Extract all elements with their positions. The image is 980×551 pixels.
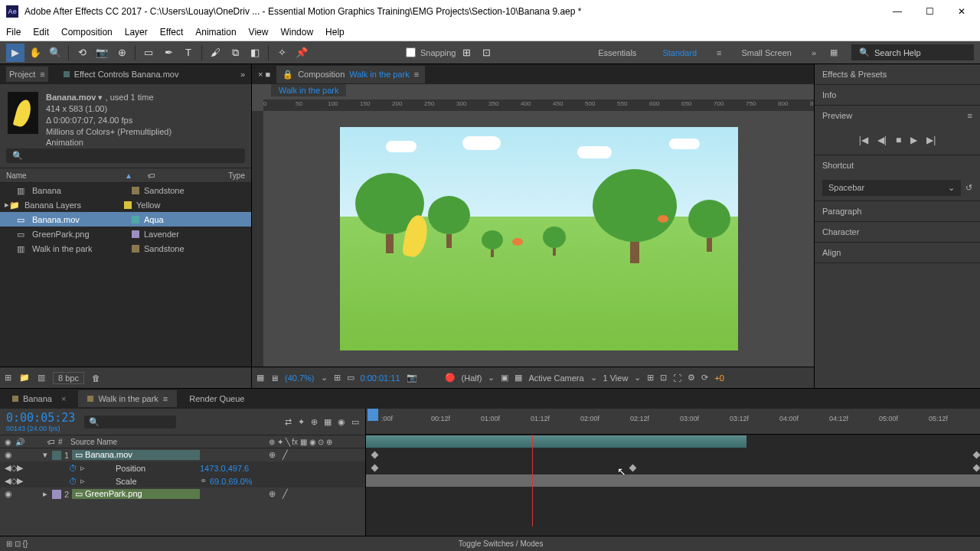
timeline-tab[interactable]: Banana× — [3, 390, 75, 407]
layer-name[interactable]: ▭ GreenPark.png — [72, 489, 200, 499]
menu-view[interactable]: View — [249, 27, 269, 37]
expand-icon[interactable]: ▾ — [43, 450, 52, 460]
col-type[interactable]: Type — [228, 171, 245, 180]
camera-dropdown[interactable]: Active Camera — [528, 373, 583, 383]
workspace-standard[interactable]: Standard — [656, 45, 703, 60]
col-label-icon[interactable]: 🏷 — [148, 171, 155, 180]
asset-row[interactable]: ▸📁Banana LayersYellow — [0, 197, 251, 212]
snapping-opt-icon[interactable]: ⊞ — [458, 44, 476, 62]
eraser-tool[interactable]: ◧ — [246, 44, 264, 62]
property-value[interactable]: 1473.0,497.6 — [200, 464, 249, 473]
view-opt2-icon[interactable]: ⊡ — [660, 373, 667, 383]
view-opt1-icon[interactable]: ⊞ — [647, 373, 654, 383]
timeline-search[interactable]: 🔍 — [84, 416, 176, 429]
menu-layer[interactable]: Layer — [125, 27, 148, 37]
toggle-switches[interactable]: Toggle Switches / Modes — [459, 540, 544, 548]
add-keyframe-icon[interactable]: ◇ — [11, 463, 17, 473]
roi-icon[interactable]: ▣ — [501, 373, 508, 383]
dropdown-icon[interactable]: ▾ — [98, 93, 103, 102]
hand-tool[interactable]: ✋ — [26, 44, 44, 62]
asset-row[interactable]: ▥BananaSandstone — [0, 183, 251, 197]
panel-menu-icon[interactable]: ≡ — [40, 70, 44, 79]
tl-tool-icon[interactable]: ▭ — [351, 417, 359, 427]
layer-bar[interactable] — [366, 474, 980, 487]
timeline-tab[interactable]: Walk in the park≡ — [78, 390, 177, 407]
keyframe[interactable] — [371, 465, 379, 472]
tab-project[interactable]: Project ≡ — [6, 67, 48, 82]
menu-help[interactable]: Help — [325, 27, 345, 37]
pan-behind-tool[interactable]: ⊕ — [113, 44, 131, 62]
zoom-tool[interactable]: 🔍 — [46, 44, 64, 62]
visibility-toggle[interactable]: ◉ — [5, 450, 15, 460]
expand-icon[interactable]: ▸ — [43, 489, 52, 499]
panel-paragraph[interactable]: Paragraph — [815, 201, 980, 221]
close-button[interactable]: ✕ — [952, 6, 971, 17]
property-value[interactable]: 69.0,69.0% — [210, 477, 253, 486]
workspace-essentials[interactable]: Essentials — [592, 45, 642, 60]
keyframe[interactable] — [629, 465, 636, 472]
last-frame-button[interactable]: ▶| — [926, 135, 936, 145]
asset-row[interactable]: ▭Banana.movAqua — [0, 212, 251, 227]
comp-time[interactable]: 0:00:01:11 — [361, 373, 400, 383]
help-search[interactable]: 🔍 Search Help — [851, 44, 974, 60]
workspace-grid-icon[interactable]: ▦ — [830, 47, 838, 57]
playhead-line[interactable] — [532, 435, 533, 527]
rotate-tool[interactable]: ⟲ — [73, 44, 91, 62]
display-icon[interactable]: 🖥 — [270, 373, 279, 383]
panel-character[interactable]: Character — [815, 222, 980, 242]
layer-name[interactable]: ▭ Banana.mov — [72, 450, 200, 460]
rectangle-tool[interactable]: ▭ — [139, 44, 158, 62]
snapping-checkbox[interactable] — [406, 47, 416, 57]
selection-tool[interactable]: ▶ — [6, 44, 24, 62]
keyframe[interactable] — [973, 452, 980, 459]
tl-tool-icon[interactable]: ⊕ — [311, 417, 318, 427]
menu-animation[interactable]: Animation — [195, 27, 236, 37]
layer-label[interactable] — [52, 490, 61, 499]
layer-label[interactable] — [52, 451, 61, 460]
channel-icon[interactable]: 🔴 — [445, 373, 456, 383]
refresh-icon[interactable]: ⟳ — [701, 373, 708, 383]
asset-row[interactable]: ▥Walk in the parkSandstone — [0, 241, 251, 256]
view-dropdown[interactable]: 1 View — [603, 373, 629, 383]
bpc-button[interactable]: 8 bpc — [53, 372, 84, 384]
clone-tool[interactable]: ⧉ — [226, 44, 244, 62]
close-icon[interactable]: × — [61, 394, 66, 403]
next-keyframe-icon[interactable]: ▶ — [17, 463, 23, 473]
source-name-col[interactable]: Source Name — [70, 438, 269, 446]
workspace-menu-icon[interactable]: ≡ — [717, 48, 721, 57]
brush-tool[interactable]: 🖌 — [206, 44, 224, 62]
stop-button[interactable]: ■ — [896, 135, 901, 145]
keyframe[interactable] — [371, 452, 379, 459]
maximize-button[interactable]: ☐ — [920, 6, 939, 17]
composition-view[interactable]: 0501001502002503003504004505005506006507… — [252, 99, 814, 367]
next-keyframe-icon[interactable]: ▶ — [17, 476, 23, 486]
roto-tool[interactable]: ✧ — [273, 44, 291, 62]
property-row[interactable]: ◀◇▶ ⏱ ▹ Position 1473.0,497.6 — [0, 461, 365, 474]
tab-effect-controls[interactable]: Effect Controls Banana.mov — [60, 67, 182, 82]
panel-info[interactable]: Info — [815, 85, 980, 105]
audio-col-icon[interactable]: 🔊 — [15, 438, 26, 446]
comp-canvas[interactable] — [340, 127, 738, 350]
prev-keyframe-icon[interactable]: ◀ — [5, 463, 11, 473]
stopwatch-icon[interactable]: ⏱ — [69, 464, 77, 473]
snapshot-icon[interactable]: 📷 — [407, 373, 417, 383]
tl-tool-icon[interactable]: ⇄ — [285, 417, 292, 427]
stopwatch-icon[interactable]: ⏱ — [69, 477, 77, 486]
snapping-opt2-icon[interactable]: ⊡ — [478, 44, 496, 62]
panel-preview[interactable]: Preview≡ — [815, 106, 980, 126]
playhead[interactable] — [368, 409, 378, 421]
text-tool[interactable]: T — [179, 44, 198, 62]
new-comp-icon[interactable]: ▥ — [38, 373, 45, 383]
label-col-icon[interactable]: 🏷 — [47, 438, 58, 446]
time-ruler[interactable]: :00f00:12f01:00f01:12f02:00f02:12f03:00f… — [366, 409, 980, 435]
new-folder-icon[interactable]: 📁 — [19, 373, 30, 383]
trash-icon[interactable]: 🗑 — [92, 373, 100, 383]
grid-icon[interactable]: ▦ — [514, 373, 522, 383]
prev-frame-button[interactable]: ◀| — [877, 135, 887, 145]
minimize-button[interactable]: — — [888, 6, 906, 17]
tl-tool-icon[interactable]: ✦ — [298, 417, 305, 427]
tab-composition[interactable]: 🔒 Composition Walk in the park ≡ — [276, 66, 425, 83]
current-time[interactable]: 0:00:05:23 — [6, 411, 75, 425]
pen-tool[interactable]: ✒ — [159, 44, 178, 62]
view-opt4-icon[interactable]: ⚙ — [688, 373, 695, 383]
